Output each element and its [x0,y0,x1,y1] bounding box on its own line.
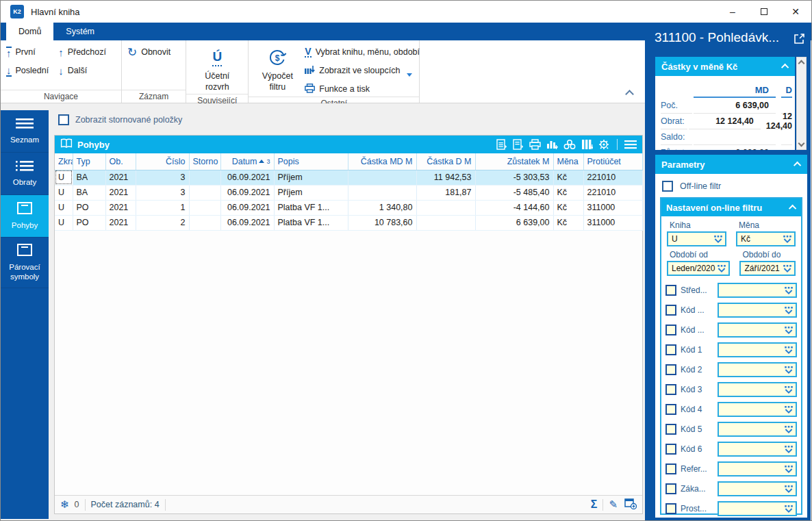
pick-book-button[interactable]: VVybrat knihu, měnu, období [305,45,420,60]
filter-checkbox[interactable] [665,404,676,415]
filter-checkbox[interactable] [665,483,676,494]
cell[interactable]: -4 144,60 [475,200,553,215]
filter-checkbox[interactable] [665,325,676,335]
filter-dropdown[interactable] [718,422,797,437]
online-filter-header[interactable]: Nastavení on-line filtru [661,199,801,216]
amounts-header[interactable]: Částky v měně Kč [655,57,795,76]
col-zkrat[interactable]: Zkrat [55,153,73,170]
filter-checkbox[interactable] [665,285,676,296]
cell[interactable]: Platba VF 1... [274,215,348,230]
more-options-caret-icon[interactable] [407,73,412,77]
filter-dropdown[interactable] [718,442,797,457]
cell[interactable]: 181,87 [416,185,475,200]
cell[interactable]: 221010 [583,170,642,185]
cell[interactable]: Příjem [274,170,348,185]
cell[interactable]: PO [73,215,105,230]
cell[interactable]: 221010 [583,185,642,200]
cell[interactable]: BA [73,185,105,200]
table-row[interactable]: U BA 2021 3 06.09.2021 Příjem 181,87 -5 … [55,185,642,200]
filter-checkbox[interactable] [665,503,676,514]
scroll-down-icon[interactable] [798,140,805,147]
filter-checkbox[interactable] [665,384,676,395]
col-castka-d[interactable]: Částka D M [416,153,475,170]
filter-dropdown[interactable] [718,303,797,318]
cell[interactable]: 311000 [583,215,642,230]
collapse-section-icon[interactable] [789,205,796,212]
next-button[interactable]: ↓Další [58,63,106,78]
relations-icon[interactable] [563,139,576,150]
maximize-button[interactable] [748,1,780,23]
cell[interactable] [189,215,220,230]
gear-icon[interactable] [598,139,610,151]
filter-checkbox[interactable] [665,305,676,316]
filter-checkbox[interactable] [665,463,676,474]
obdobi-od-dropdown[interactable]: Leden/2020 [667,261,730,276]
cell[interactable]: -5 485,40 [475,185,553,200]
sidebar-item-parovaci-symboly[interactable]: Párovací symboly [1,238,49,288]
cell[interactable]: U [55,185,73,200]
cell[interactable]: 06.09.2021 [220,215,274,230]
col-typ[interactable]: Typ [73,153,105,170]
cell[interactable] [348,170,416,185]
cell[interactable]: 2021 [105,170,136,185]
cell[interactable]: 3 [136,185,189,200]
show-cancelled-checkbox[interactable] [58,114,69,125]
amounts-scrollbar[interactable] [796,57,807,150]
previous-button[interactable]: ↑Předchozí [58,45,106,60]
cell[interactable] [189,200,220,215]
col-zustatek[interactable]: Zůstatek M [475,153,553,170]
refresh-button[interactable]: ↻Obnovit [127,45,170,60]
show-columns-button[interactable]: Zobrazit ve sloupcích [305,63,420,78]
cell[interactable]: 11 942,53 [416,170,475,185]
kniha-dropdown[interactable]: U [667,231,726,246]
last-button[interactable]: ↓Poslední [6,63,49,78]
sidebar-item-pohyby[interactable]: Pohyby [1,195,49,238]
cell[interactable]: 2021 [105,200,136,215]
cell[interactable] [416,200,475,215]
parameters-header[interactable]: Parametry [655,155,807,174]
filter-dropdown[interactable] [718,402,797,417]
filter-checkbox[interactable] [665,364,676,375]
tab-system[interactable]: Systém [53,23,107,40]
cell[interactable]: 6 639,00 [475,215,553,230]
col-datum[interactable]: Datum3 [220,153,274,170]
table-row[interactable]: U PO 2021 1 06.09.2021 Platba VF 1... 1 … [55,200,642,215]
scroll-up-icon[interactable] [798,60,805,67]
cell[interactable]: 06.09.2021 [220,170,274,185]
cell[interactable]: 2021 [105,185,136,200]
filter-dropdown[interactable] [718,322,797,338]
cell[interactable] [189,170,220,185]
edit-pencil-icon[interactable]: ✎ [609,498,618,511]
cell[interactable]: Kč [553,185,583,200]
cell[interactable]: Příjem [274,185,348,200]
filter-dropdown[interactable] [718,382,797,397]
table-row[interactable]: U BA 2021 3 06.09.2021 Příjem 11 942,53 … [55,170,642,185]
sidebar-item-seznam[interactable]: Seznam [1,110,49,153]
cell[interactable]: 06.09.2021 [220,200,274,215]
col-storno[interactable]: Storno [189,153,220,170]
collapse-ribbon-icon[interactable] [625,90,634,99]
cell[interactable]: BA [73,170,105,185]
col-castka-md[interactable]: Částka MD M [348,153,416,170]
minimize-button[interactable]: – [717,1,748,23]
cell[interactable]: PO [73,200,105,215]
table-row[interactable]: U PO 2021 2 06.09.2021 Platba VF 1... 10… [55,215,642,230]
functions-print-button[interactable]: Funkce a tisk [305,81,420,97]
offline-filter-checkbox[interactable] [662,181,673,192]
filter-dropdown[interactable] [718,362,797,377]
cell[interactable]: 311000 [583,200,642,215]
cell[interactable]: Kč [553,200,583,215]
chart-icon[interactable] [546,139,558,150]
report-icon[interactable] [496,139,507,150]
cell[interactable]: Kč [553,170,583,185]
col-protiucet[interactable]: Protiúčet [583,153,642,170]
filter-checkbox[interactable] [665,424,676,435]
cell[interactable]: 1 340,80 [348,200,416,215]
collapse-section-icon[interactable] [794,162,801,169]
chart-of-accounts-button[interactable]: Ú Účetní rozvrh [192,45,242,94]
sum-icon[interactable]: Σ [591,498,598,511]
col-ob[interactable]: Ob. [105,153,136,170]
filter-dropdown[interactable] [718,283,797,298]
first-button[interactable]: ↑První [6,45,49,60]
cell[interactable] [416,215,475,230]
